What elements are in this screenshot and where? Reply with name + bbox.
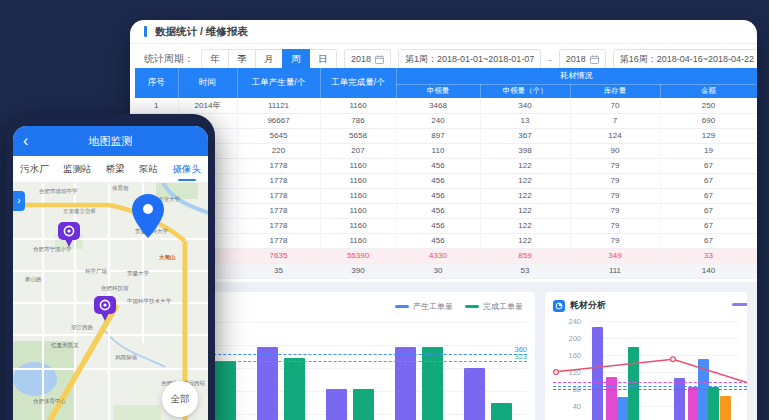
- table-cell: 250: [660, 98, 757, 113]
- camera-marker[interactable]: [57, 221, 81, 253]
- page-root: { "dashboard": { "breadcrumb": "数据统计 / 维…: [0, 0, 769, 420]
- legend-label: 完成工单量: [483, 301, 523, 312]
- table-cell: 1: [135, 98, 178, 113]
- average-cell: 390: [320, 263, 396, 278]
- bar-产生工单量: [395, 347, 416, 420]
- table-row: 12014年111211160346834070250: [135, 98, 757, 113]
- period-option[interactable]: 年: [201, 49, 229, 69]
- period-option[interactable]: 月: [255, 49, 283, 69]
- table-cell: 456: [396, 173, 480, 188]
- consumable-chart-panel: 耗材分析 2402001601208040: [545, 292, 747, 420]
- table-row: 177811604561227967: [135, 233, 757, 248]
- total-cell: 7635: [237, 248, 320, 263]
- table-cell: 1160: [320, 203, 396, 218]
- table-cell: 1778: [237, 233, 320, 248]
- average-cell: 53: [480, 263, 570, 278]
- total-cell: 4330: [396, 248, 480, 263]
- table-cell: 786: [320, 113, 396, 128]
- map-label: 五里墩立交桥: [63, 207, 96, 215]
- table-cell: 398: [480, 143, 570, 158]
- map-label: 体育馆: [112, 184, 129, 192]
- table-cell: 122: [480, 203, 570, 218]
- phone-tab-桥梁[interactable]: 桥梁: [104, 157, 127, 182]
- breadcrumb-accent: [144, 26, 147, 37]
- period-option[interactable]: 日: [309, 49, 337, 69]
- bar-产生工单量: [257, 347, 278, 420]
- map-label: 红星美凯龙: [51, 341, 79, 349]
- bar-完成工单量: [422, 347, 443, 420]
- total-cell: 349: [570, 248, 660, 263]
- map-label: 合肥体育中心: [33, 397, 66, 405]
- phone-tab-泵站[interactable]: 泵站: [137, 157, 160, 182]
- table-cell: 456: [396, 158, 480, 173]
- start-week-input[interactable]: 第1周：2018-01-01~2018-01-07: [398, 49, 541, 69]
- legend-item[interactable]: 完成工单量: [465, 301, 523, 312]
- table-cell: 110: [396, 143, 480, 158]
- table-cell: 456: [396, 188, 480, 203]
- sub-column-header: 申领量（个）: [480, 84, 570, 98]
- map-label: 大蜀山: [159, 253, 176, 261]
- table-header: 序号时间工单产生量/个工单完成量/个耗材情况申领量申领量（个）库存量金额: [135, 68, 757, 98]
- phone-tab-摄像头[interactable]: 摄像头: [170, 157, 203, 182]
- legend-item[interactable]: 产生工单量: [395, 301, 453, 312]
- group-header: 耗材情况: [396, 68, 757, 84]
- calendar-icon: [375, 55, 384, 64]
- period-option[interactable]: 季: [228, 49, 256, 69]
- breadcrumb: 数据统计 / 维修报表: [155, 25, 248, 39]
- selected-camera-pin[interactable]: [130, 193, 166, 239]
- table-cell: 70: [570, 98, 660, 113]
- camera-marker[interactable]: [93, 295, 117, 327]
- table-cell: 456: [396, 203, 480, 218]
- map-panel-expander[interactable]: ›: [13, 191, 25, 211]
- table-cell: 690: [660, 113, 757, 128]
- table-cell: 67: [660, 218, 757, 233]
- table-cell: 122: [480, 218, 570, 233]
- map-view[interactable]: 合肥市琥珀中学体育馆安徽农业大学五里墩立交桥安徽医科大学合肥市宁溪小学科学广场安…: [13, 183, 208, 420]
- table-row: 56455658897367124129: [135, 128, 757, 143]
- end-week-input[interactable]: 第16周：2018-04-16~2018-04-22: [613, 49, 757, 69]
- phone-tab-bar: 污水厂监测站桥梁泵站摄像头: [13, 156, 208, 183]
- table-cell: 1160: [320, 158, 396, 173]
- table-cell: 456: [396, 233, 480, 248]
- phone-tab-监测站[interactable]: 监测站: [61, 157, 94, 182]
- start-year-select[interactable]: 2018: [344, 49, 391, 69]
- table-cell: 5658: [320, 128, 396, 143]
- show-all-button[interactable]: 全部: [162, 381, 198, 417]
- table-cell: 1160: [320, 233, 396, 248]
- legend-dash: [465, 305, 479, 308]
- table-cell: 79: [570, 218, 660, 233]
- table-cell: 67: [660, 233, 757, 248]
- bar-产生工单量: [326, 389, 347, 420]
- table-row: 2202071103989019: [135, 143, 757, 158]
- table-cell: 7: [570, 113, 660, 128]
- table-cell: 79: [570, 173, 660, 188]
- map-label: 安徽大学: [127, 269, 149, 277]
- phone-mockup: ‹ 地图监测 污水厂监测站桥梁泵站摄像头: [6, 114, 215, 420]
- phone-tab-污水厂[interactable]: 污水厂: [18, 157, 51, 182]
- phone-page-title: 地图监测: [13, 134, 208, 149]
- table-row: 177811604561227967: [135, 188, 757, 203]
- total-cell: 859: [480, 248, 570, 263]
- column-header: 工单完成量/个: [320, 68, 396, 98]
- dashboard-card: 数据统计 / 维修报表 统计周期： 年季月周日 2018 第1周：2018-01…: [130, 20, 757, 420]
- map-label: 中国科学技术大学: [127, 297, 171, 305]
- table-cell: 207: [320, 143, 396, 158]
- table-cell: 79: [570, 188, 660, 203]
- average-cell: 35: [237, 263, 320, 278]
- end-year-select[interactable]: 2018: [559, 49, 606, 69]
- table-cell: 1160: [320, 218, 396, 233]
- table-cell: 340: [480, 98, 570, 113]
- table-row: 177811604561227967: [135, 218, 757, 233]
- table-cell: 79: [570, 203, 660, 218]
- table-cell: 122: [480, 158, 570, 173]
- period-option[interactable]: 周: [282, 49, 310, 69]
- table-cell: 1778: [237, 158, 320, 173]
- column-header: 时间: [178, 68, 237, 98]
- table-cell: 1778: [237, 203, 320, 218]
- table-cell: 1160: [320, 173, 396, 188]
- table-cell: 67: [660, 173, 757, 188]
- table-cell: 129: [660, 128, 757, 143]
- map-label: 合肥市琥珀中学: [39, 187, 78, 195]
- table-cell: 79: [570, 158, 660, 173]
- average-cell: 111: [570, 263, 660, 278]
